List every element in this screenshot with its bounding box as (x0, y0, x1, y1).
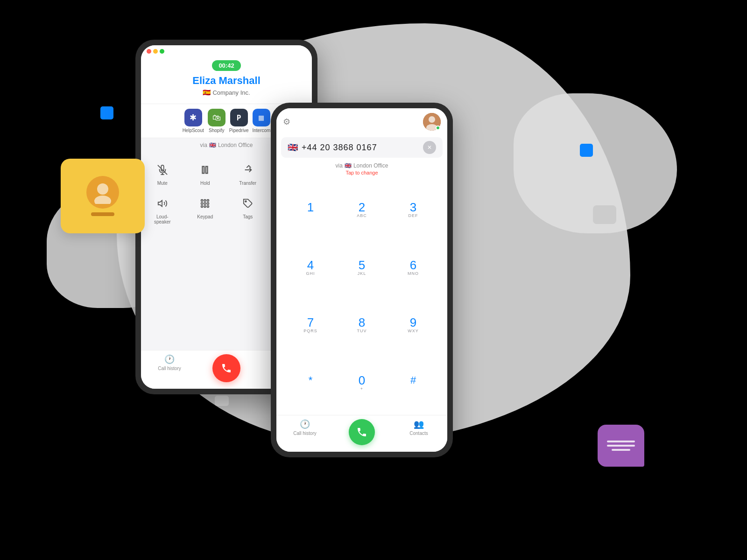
integration-pipedrive[interactable]: P Pipedrive (229, 109, 249, 133)
call-history-nav[interactable]: 🕐 Call history (141, 354, 198, 382)
shopify-icon: 🛍 (208, 109, 226, 126)
svg-point-17 (245, 201, 247, 202)
delete-button[interactable]: ✕ (423, 141, 436, 154)
front-phone-screen: ⚙ 🇬🇧 +44 20 3868 0167 ✕ via 🇬🇧 (276, 108, 447, 452)
maximize-dot (160, 49, 164, 54)
end-call-button[interactable] (212, 354, 240, 382)
back-titlebar (141, 45, 312, 56)
mute-icon (154, 161, 171, 178)
dialpad-star[interactable]: * (286, 355, 335, 411)
caller-company-name: Company Inc. (212, 89, 250, 96)
loudspeaker-button[interactable]: Loud-speaker (141, 190, 184, 229)
keypad-icon (197, 195, 213, 212)
tags-button[interactable]: Tags (226, 190, 269, 229)
call-header: 00:42 Eliza Marshall 🇪🇸 Company Inc. (141, 56, 312, 104)
user-avatar-container (423, 113, 441, 131)
hold-icon (197, 161, 213, 178)
contacts-label-front: Contacts (409, 431, 428, 436)
dialpad-6[interactable]: 6 MNO (388, 240, 438, 296)
integration-shopify[interactable]: 🛍 Shopify (208, 109, 226, 133)
integration-helpscout[interactable]: ✱ HelpScout (183, 109, 204, 133)
via-office-name-front: London Office (353, 162, 388, 169)
svg-rect-8 (201, 200, 203, 202)
tap-to-change[interactable]: Tap to change (276, 170, 447, 178)
call-history-label-front: Call history (293, 431, 316, 436)
end-call-center (198, 354, 255, 382)
via-flag-back: 🇬🇧 (209, 142, 216, 148)
chat-line-1 (607, 441, 635, 442)
dialpad-8[interactable]: 8 TUV (337, 298, 387, 354)
dialer-header: ⚙ (276, 108, 447, 135)
shopify-label: Shopify (209, 128, 224, 133)
country-flag-dialer: 🇬🇧 (288, 142, 298, 153)
via-office-front: via 🇬🇧 London Office (276, 160, 447, 170)
hold-label: Hold (200, 181, 210, 186)
contacts-icon-front: 👥 (414, 419, 424, 429)
contact-avatar (86, 176, 119, 209)
deco-blue-1 (100, 106, 113, 119)
via-text-front: via (336, 162, 343, 169)
integration-intercom[interactable]: ▦ Intercom (252, 109, 270, 133)
svg-rect-11 (201, 203, 203, 204)
transfer-button[interactable]: Transfer (226, 157, 269, 190)
dialpad-4[interactable]: 4 GHI (286, 240, 335, 296)
hold-button[interactable]: Hold (184, 157, 227, 190)
window-controls (147, 49, 164, 54)
minimize-dot (153, 49, 158, 54)
dialpad-1[interactable]: 1 (286, 182, 335, 238)
via-flag-front: 🇬🇧 (345, 162, 352, 169)
dialpad-3[interactable]: 3 DEF (388, 182, 438, 238)
svg-rect-12 (204, 203, 206, 204)
deco-gray-1 (593, 205, 616, 224)
call-button-center (333, 419, 390, 445)
keypad-label: Keypad (197, 214, 213, 219)
svg-rect-6 (206, 167, 208, 174)
svg-point-0 (97, 183, 108, 195)
helpscout-label: HelpScout (183, 128, 204, 133)
svg-marker-7 (158, 201, 162, 207)
chat-line-3 (612, 449, 630, 451)
keypad-button[interactable]: Keypad (184, 190, 227, 229)
svg-rect-5 (203, 167, 204, 174)
intercom-icon: ▦ (253, 109, 270, 126)
settings-icon[interactable]: ⚙ (283, 117, 290, 127)
pipedrive-icon: P (230, 109, 248, 126)
svg-rect-15 (204, 206, 206, 208)
tags-icon (240, 195, 256, 212)
front-phone-bottom-nav: 🕐 Call history 👥 Contacts (276, 415, 447, 452)
dialpad-7[interactable]: 7 PQRS (286, 298, 335, 354)
call-history-nav-front[interactable]: 🕐 Call history (276, 419, 333, 445)
close-dot (147, 49, 151, 54)
helpscout-icon: ✱ (184, 109, 202, 126)
via-text-back: via (200, 142, 207, 148)
front-phone-frame: ⚙ 🇬🇧 +44 20 3868 0167 ✕ via 🇬🇧 (271, 103, 453, 457)
dialpad-hash[interactable]: # (388, 355, 438, 411)
dialpad: 1 2 ABC 3 DEF 4 GHI 5 JKL 6 MNO (276, 178, 447, 415)
phone-number-display[interactable]: +44 20 3868 0167 (302, 143, 419, 153)
deco-white-1 (215, 396, 229, 406)
svg-point-1 (94, 196, 111, 204)
dialpad-0[interactable]: 0 + (337, 355, 387, 411)
transfer-label: Transfer (239, 181, 256, 186)
number-input-row: 🇬🇧 +44 20 3868 0167 ✕ (281, 137, 443, 158)
dialpad-2[interactable]: 2 ABC (337, 182, 387, 238)
contact-card (61, 159, 145, 233)
caller-name: Eliza Marshall (150, 75, 303, 87)
svg-rect-16 (207, 206, 209, 208)
call-history-icon-front: 🕐 (300, 419, 310, 429)
caller-flag: 🇪🇸 (203, 89, 211, 96)
via-office-name-back: London Office (218, 142, 253, 148)
contacts-nav-front[interactable]: 👥 Contacts (390, 419, 447, 445)
call-button[interactable] (349, 419, 375, 445)
call-timer: 00:42 (212, 60, 240, 71)
pipedrive-label: Pipedrive (229, 128, 249, 133)
call-history-icon: 🕐 (164, 354, 175, 364)
chat-line-2 (607, 445, 635, 447)
dialpad-9[interactable]: 9 WXY (388, 298, 438, 354)
loudspeaker-label: Loud-speaker (154, 214, 171, 224)
tags-label: Tags (243, 214, 253, 219)
svg-rect-9 (204, 200, 206, 202)
dialpad-5[interactable]: 5 JKL (337, 240, 387, 296)
mute-button[interactable]: Mute (141, 157, 184, 190)
svg-rect-14 (201, 206, 203, 208)
